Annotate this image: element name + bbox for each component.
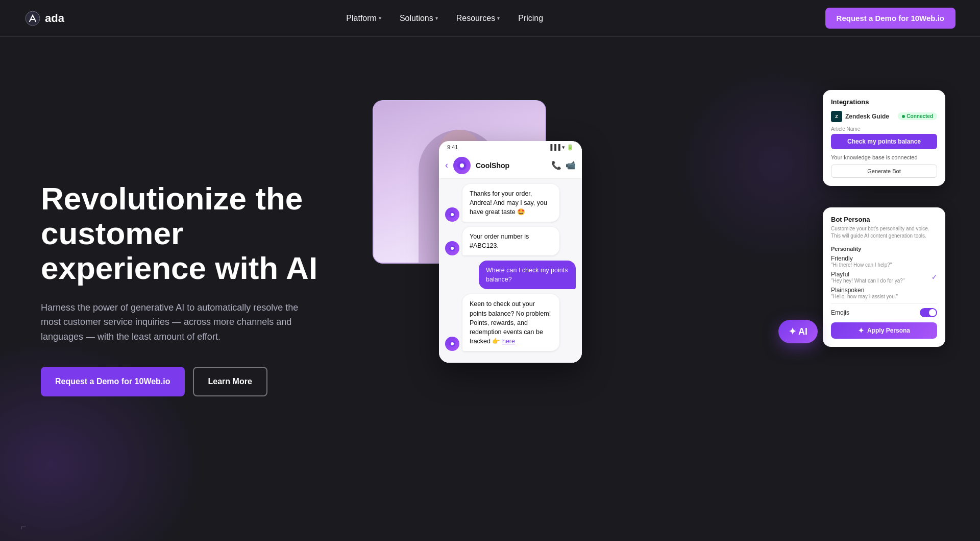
integration-brand: Z Zendesk Guide	[831, 111, 889, 122]
chevron-down-icon: ▾	[435, 15, 438, 21]
nav-cta-button[interactable]: Request a Demo for 10Web.io	[825, 8, 955, 29]
svg-point-0	[26, 11, 40, 26]
star-icon: ✦	[858, 326, 864, 335]
bot-avatar-small	[445, 207, 459, 222]
emojis-label: Emojis	[831, 309, 849, 316]
nav-item-solutions[interactable]: Solutions ▾	[400, 14, 438, 23]
persona-card-subtitle: Customize your bot's personality and voi…	[831, 225, 937, 240]
bot-avatar-small-3	[445, 337, 459, 351]
personality-label: Personality	[831, 246, 937, 252]
chat-link[interactable]: here	[502, 338, 515, 345]
article-name-label: Article Name	[831, 126, 937, 132]
chat-message-2: Your order number is #ABC123.	[445, 227, 576, 255]
persona-option-plainspoken[interactable]: Plainspoken "Hello, how may I assist you…	[831, 287, 937, 299]
chat-bot-name: CoolShop	[476, 161, 509, 170]
emojis-toggle-row: Emojis	[831, 308, 937, 317]
persona-option-playful[interactable]: Playful "Hey hey! What can I do for ya?"…	[831, 271, 937, 284]
chat-message-3: Where can I check my points balance?	[445, 261, 576, 289]
hero-title: Revolutionize the customer experience wi…	[41, 181, 327, 286]
integration-card: Integrations Z Zendesk Guide Connected A…	[823, 90, 945, 186]
chat-message-1: Thanks for your order, Andrea! And may I…	[445, 184, 576, 222]
chat-action-icons: 📞 📹	[551, 160, 576, 170]
hero-left: Revolutionize the customer experience wi…	[41, 181, 327, 396]
persona-option-name-playful: Playful "Hey hey! What can I do for ya?"	[831, 271, 904, 284]
integration-card-title: Integrations	[831, 98, 937, 106]
persona-card: Bot Persona Customize your bot's persona…	[823, 207, 945, 347]
persona-option-name-plainspoken: Plainspoken "Hello, how may I assist you…	[831, 287, 898, 299]
hero-subtitle: Harness the power of generative AI to au…	[41, 300, 306, 344]
persona-divider	[831, 303, 937, 304]
logo[interactable]: ada	[24, 10, 64, 27]
generate-bot-button[interactable]: Generate Bot	[831, 164, 937, 178]
phone-icon[interactable]: 📞	[551, 160, 561, 170]
hero-buttons: Request a Demo for 10Web.io Learn More	[41, 367, 327, 396]
ai-badge: ✦ AI	[778, 320, 818, 343]
chevron-down-icon: ▾	[497, 15, 500, 21]
chat-header: ‹ CoolShop 📞 📹	[439, 153, 582, 179]
footer-tag: ⌐	[20, 521, 27, 533]
svg-point-6	[451, 213, 454, 216]
hero-cta-secondary[interactable]: Learn More	[193, 367, 267, 396]
nav-links: Platform ▾ Solutions ▾ Resources ▾ Prici…	[346, 14, 543, 23]
chat-status-bar: 9:41 ▐▐▐ ▾ 🔋	[439, 141, 582, 153]
persona-check-icon: ✓	[932, 273, 937, 281]
chat-time: 9:41	[447, 144, 458, 150]
chat-message-4: Keen to check out your points balance? N…	[445, 294, 576, 351]
svg-point-4	[460, 163, 464, 168]
kb-connected-text: Your knowledge base is connected	[831, 154, 937, 160]
nav-item-pricing[interactable]: Pricing	[518, 14, 543, 23]
nav-item-platform[interactable]: Platform ▾	[346, 14, 381, 23]
connected-badge: Connected	[898, 112, 937, 120]
chevron-down-icon: ▾	[379, 15, 381, 21]
logo-text: ada	[45, 12, 64, 25]
connected-dot	[902, 115, 905, 118]
hero-right: 9:41 ▐▐▐ ▾ 🔋 ‹ CoolShop 📞 📹	[347, 90, 955, 488]
navbar: ada Platform ▾ Solutions ▾ Resources ▾ P…	[0, 0, 980, 37]
hero-section: Revolutionize the customer experience wi…	[0, 37, 980, 541]
chat-bubble-bot-3: Keen to check out your points balance? N…	[462, 294, 559, 351]
persona-option-name-friendly: Friendly "Hi there! How can I help?"	[831, 255, 892, 268]
apply-persona-button[interactable]: ✦ Apply Persona	[831, 322, 937, 339]
svg-point-10	[451, 342, 454, 345]
emojis-toggle[interactable]	[920, 308, 937, 317]
svg-point-8	[451, 247, 454, 250]
persona-card-title: Bot Persona	[831, 216, 937, 223]
zendesk-icon: Z	[831, 111, 842, 122]
ai-badge-label: ✦ AI	[789, 326, 807, 337]
chat-body: Thanks for your order, Andrea! And may I…	[439, 179, 582, 363]
chat-bot-avatar	[453, 157, 471, 174]
chat-phone-mockup: 9:41 ▐▐▐ ▾ 🔋 ‹ CoolShop 📞 📹	[439, 141, 582, 363]
chat-bubble-bot-1: Thanks for your order, Andrea! And may I…	[462, 184, 559, 222]
integration-zendesk-row: Z Zendesk Guide Connected	[831, 111, 937, 122]
persona-option-friendly[interactable]: Friendly "Hi there! How can I help?"	[831, 255, 937, 268]
bot-avatar-small-2	[445, 241, 459, 255]
chat-signal-icons: ▐▐▐ ▾ 🔋	[549, 144, 574, 151]
nav-item-resources[interactable]: Resources ▾	[456, 14, 500, 23]
hero-cta-primary[interactable]: Request a Demo for 10Web.io	[41, 367, 185, 396]
chat-bubble-bot-2: Your order number is #ABC123.	[462, 227, 559, 255]
video-icon[interactable]: 📹	[566, 160, 576, 170]
chat-back-icon[interactable]: ‹	[445, 160, 448, 171]
check-balance-button[interactable]: Check my points balance	[831, 134, 937, 149]
chat-bubble-user-1: Where can I check my points balance?	[479, 261, 576, 289]
